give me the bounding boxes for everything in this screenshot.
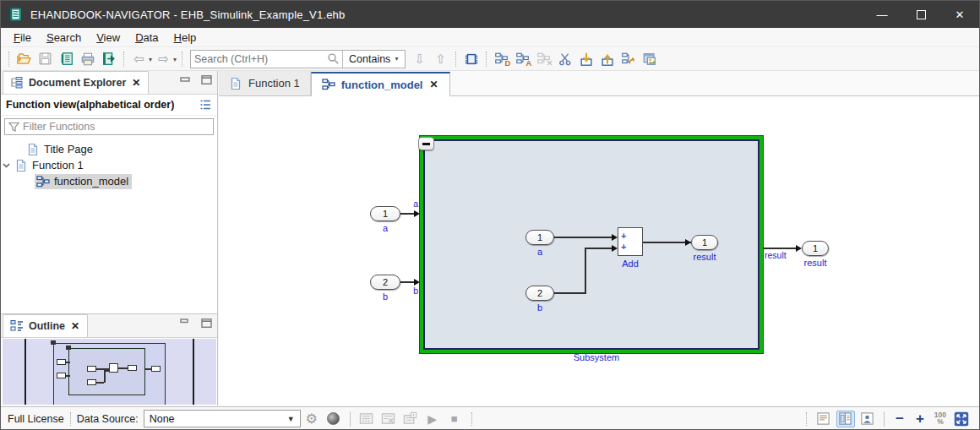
maximize-panel-icon[interactable] [201,75,212,84]
fit-to-window-icon[interactable] [952,411,971,427]
add-block[interactable]: + + [618,227,643,256]
port-number: 1 [813,243,818,253]
window-title: EHANDBOOK-NAVIGATOR - EHB_Simulink_Examp… [30,8,345,21]
stop-measurement-icon[interactable]: ■ [445,411,464,427]
measurement-export-icon[interactable] [401,411,420,427]
inner-outport-result[interactable]: 1 [691,235,718,250]
minimize-button[interactable]: — [863,1,901,28]
thumb-wire [104,370,106,383]
play-measurement-icon[interactable]: ▶ [423,411,442,427]
model-icon [322,78,335,91]
separator [8,52,9,67]
show-annotations-on-model-icon[interactable]: A [514,50,531,68]
zoom-100-button[interactable]: 100 % [930,412,950,425]
search-input[interactable] [191,52,324,67]
filter-box [4,118,214,135]
inner-inport-a[interactable]: 1 [525,230,554,245]
measurement-clear-icon[interactable] [379,411,398,427]
close-icon[interactable]: ✕ [70,320,80,332]
border-port-label-b: b [396,286,418,296]
outline-thumbnail[interactable] [3,339,216,405]
step-out-of-subsystem-icon[interactable] [598,50,616,68]
separator [350,411,351,427]
menu-view[interactable]: View [89,30,128,46]
search-previous-icon[interactable]: ⇧ [432,50,449,68]
editor-tab-strip: Function 1 function_model ✕ [219,71,980,96]
arrowhead [685,239,691,246]
tab-document-explorer[interactable]: Document Explorer ✕ [3,71,149,94]
crop-model-icon[interactable] [556,50,574,68]
diagram-canvas[interactable]: Subsystem 1 a a 2 b b 1 a 2 b [219,96,980,406]
forward-history-dropdown-icon[interactable]: ▾ [173,54,177,63]
model-view-icon[interactable] [462,50,480,68]
data-source-dropdown[interactable]: None ▼ [144,410,301,427]
border-port-label-a: a [396,199,418,209]
plus-sign: + [621,231,626,241]
data-source-value: None [150,413,175,425]
tab-function-model[interactable]: function_model ✕ [311,72,450,96]
single-page-view-icon[interactable] [814,411,833,427]
chevron-expanded-icon[interactable] [0,163,13,168]
print-icon[interactable] [79,50,96,68]
menu-data[interactable]: Data [128,30,166,46]
data-settings-gear-icon[interactable]: ⚙ [302,411,321,427]
minimize-panel-icon[interactable] [180,75,191,84]
step-into-subsystem-icon[interactable] [577,50,595,68]
tree-item-function-1[interactable]: Function 1 [1,157,217,173]
search-match-mode-dropdown[interactable]: Contains ▾ [343,53,405,65]
menu-search[interactable]: Search [39,30,89,46]
open-file-icon[interactable] [15,50,33,68]
collapse-subsystem-button[interactable] [418,137,434,150]
inner-inport-b[interactable]: 2 [525,286,554,301]
show-data-on-model-icon[interactable]: D [493,50,510,68]
view-menu-icon[interactable] [199,99,212,111]
tab-outline[interactable]: Outline ✕ [3,314,88,337]
filter-functions-input[interactable] [23,121,210,133]
presenter-view-icon[interactable] [858,411,877,427]
app-logo-icon [8,7,24,22]
export-handbook-icon[interactable] [100,50,117,68]
status-bar: Full License Data Source: None ▼ ⚙ ▶ ■ [1,406,979,430]
inner-inport-a-label: a [525,247,554,257]
open-handbook-icon[interactable] [57,50,75,68]
save-icon[interactable] [36,50,54,68]
connector-line [643,242,691,243]
explorer-tab-row: Document Explorer ✕ [1,71,217,95]
data-globe-icon[interactable] [324,411,343,427]
thumb-port [57,373,66,378]
function-view-label: Function view(alphabetical order) [6,99,174,111]
split-view-icon[interactable] [836,411,855,427]
filter-row [1,116,217,139]
clear-model-overlays-icon[interactable]: ✕ [535,50,553,68]
inner-inport-b-label: b [525,302,554,313]
close-icon[interactable]: ✕ [428,79,438,90]
tab-function-1[interactable]: Function 1 [219,71,311,95]
tree-item-title-page[interactable]: Title Page [1,141,217,157]
plus-sign: + [621,242,626,252]
maximize-panel-icon[interactable] [201,318,212,328]
navigate-back-icon[interactable]: ⇦ [130,50,148,68]
separator [486,52,487,67]
go-to-top-model-icon[interactable] [619,50,637,68]
menu-help[interactable]: Help [166,30,204,46]
thumb-wire [118,367,128,369]
close-icon[interactable]: ✕ [131,77,141,89]
minimize-panel-icon[interactable] [180,318,191,328]
back-history-dropdown-icon[interactable]: ▾ [149,54,152,63]
outport-result[interactable]: 1 [802,241,829,256]
close-button[interactable]: ✕ [940,1,979,28]
thumb-handle [66,346,71,350]
zoom-out-button[interactable]: − [890,411,910,427]
menu-file[interactable]: File [6,30,39,46]
menu-bar: File Search View Data Help [1,28,979,47]
tree-item-function-model[interactable]: function_model [1,173,217,189]
maximize-button[interactable] [901,1,940,28]
connector-line [400,281,415,283]
navigate-forward-icon[interactable]: ⇨ [155,50,172,68]
zoom-in-button[interactable]: + [910,411,930,427]
open-in-window-icon[interactable] [640,50,658,68]
model-icon [36,175,50,188]
search-next-icon[interactable]: ⇩ [411,50,428,68]
thumb-wire [66,362,70,363]
measurement-config-icon[interactable] [357,411,376,427]
